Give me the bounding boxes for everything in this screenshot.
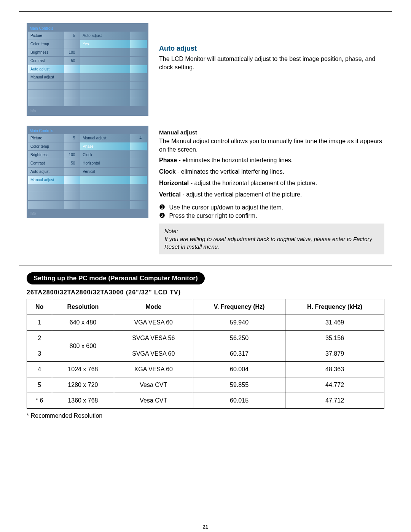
osd-menu-item: Picture [28,134,64,142]
osd-menu-item: Contrast [28,57,64,65]
pc-modes-cell: 60.004 [193,362,285,377]
paragraph-manual-intro: The Manual adjust control allows you to … [159,137,384,153]
osd-menu-item [28,184,64,192]
pc-modes-cell: 5 [27,377,52,393]
step-text: Press the cursor right to confirm. [167,212,257,219]
pc-modes-cell: VGA VESA 60 [114,315,193,331]
osd-submenu-value [130,184,147,192]
pc-modes-cell: 31.469 [285,315,384,331]
note-label: Note: [164,227,379,235]
osd-menu-value [64,98,81,107]
osd-submenu-value [130,176,147,184]
osd-menu-item: Brightness [28,48,64,57]
pc-modes-cell: 47.712 [285,393,384,409]
osd-menu-value: 100 [64,48,81,57]
pc-modes-cell: 1360 x 768 [52,393,114,409]
step-line: ❷ Press the cursor right to confirm. [159,211,384,220]
step-text: Use the cursor up/down to adjust the ite… [167,204,283,211]
osd-submenu-value [130,201,147,209]
osd-submenu-value [130,73,147,81]
pc-modes-header-cell: V. Frequency (Hz) [193,299,285,315]
osd-menu-item: Brightness [28,151,64,159]
pc-modes-cell: XGA VESA 60 [114,362,193,377]
pc-modes-cell: SVGA VESA 56 [114,331,193,346]
pc-modes-cell: 44.772 [285,377,384,393]
step-line: ❶ Use the cursor up/down to adjust the i… [159,203,384,211]
osd-menu-value: 100 [64,151,81,159]
pc-modes-row: * 61360 x 768Vesa CVT60.01547.712 [27,393,384,409]
osd-submenu-value [130,57,147,65]
osd-menu-value: 50 [64,159,81,168]
pc-modes-header-cell: Resolution [52,299,114,315]
osd-submenu-item [80,98,130,107]
osd-submenu-value [130,32,147,40]
osd-submenu-value [130,40,147,48]
pc-modes-cell: 60.015 [193,393,285,409]
osd-menu-item [28,192,64,201]
pc-modes-cell: 1 [27,315,52,331]
osd-menu-item [28,201,64,209]
osd-menu-value [64,73,81,81]
pc-modes-cell: SVGA VESA 60 [114,346,193,362]
pc-modes-cell: 1280 x 720 [52,377,114,393]
osd-submenu-item [80,73,130,81]
osd-submenu-item [80,48,130,57]
pc-modes-row: 51280 x 720Vesa CVT59.85544.772 [27,377,384,393]
pc-modes-cell: Vesa CVT [114,393,193,409]
osd-submenu-item: Vertical [80,168,130,176]
osd-menu-value [64,184,81,192]
pc-modes-cell: 3 [27,346,52,362]
osd-submenu-item: Manual adjust [80,134,130,142]
osd-menu-item: Contrast [28,159,64,168]
osd-menu-value [64,40,81,48]
pc-modes-cell: 37.879 [285,346,384,362]
pc-modes-cell: 640 x 480 [52,315,114,331]
pc-modes-cell: 59.940 [193,315,285,331]
pc-modes-header-cell: No [27,299,52,315]
osd-submenu-value [130,98,147,107]
osd-submenu-item [80,90,130,98]
pc-modes-cell: * 6 [27,393,52,409]
osd-submenu-item [80,176,130,184]
osd-submenu-value [130,142,147,151]
osd-menu-value [64,176,81,184]
osd-menu-value [64,192,81,201]
note-box: Note: If you are willing to reset adjust… [159,224,384,254]
osd-submenu-item [80,192,130,201]
osd-menu-item: Picture [28,32,64,40]
definition-row: Phase - eliminates the horizontal interf… [159,156,384,165]
osd-menu-value [64,142,81,151]
osd-menu-value [64,201,81,209]
pc-modes-cell: Vesa CVT [114,377,193,393]
osd-menu-value [64,65,81,73]
osd-menu-item: Color temp [28,142,64,151]
definition-row: Vertical - adjust the vertical placement… [159,190,384,199]
osd-submenu-value [130,48,147,57]
pc-modes-row: 41024 x 768XGA VESA 6060.00448.363 [27,362,384,377]
osd-submenu-value [130,65,147,73]
step-number-icon: ❶ [159,203,167,211]
osd-submenu-item [80,184,130,192]
osd-screenshot-manual-adjust: Main Controls Picture5Manual adjust4Colo… [27,126,148,218]
paragraph-auto-adjust: The LCD Monitor will automatically adjus… [159,55,384,71]
osd-submenu-value [130,151,147,159]
definition-row: Horizontal - adjust the horizontal place… [159,179,384,188]
osd-submenu-item [80,81,130,90]
osd-submenu-value [130,81,147,90]
osd-submenu-item: Clock [80,151,130,159]
osd-submenu-value [130,159,147,168]
pc-modes-cell: 1024 x 768 [52,362,114,377]
page-number: 21 [0,524,411,530]
osd-submenu-item [80,65,130,73]
definition-desc: - adjust the horizontal placement of the… [189,180,317,186]
osd-menu-item: Manual adjust [28,73,64,81]
osd-header: Main Controls [28,128,147,134]
recommended-footnote: * Recommended Resolution [27,412,384,419]
step-number-icon: ❷ [159,211,167,220]
pc-modes-cell: 4 [27,362,52,377]
osd-menu-item: Manual adjust [28,176,64,184]
pc-modes-cell: 60.317 [193,346,285,362]
osd-submenu-item [80,201,130,209]
osd-submenu-item: Phase [80,142,130,151]
heading-auto-adjust: Auto adjust [159,45,384,53]
